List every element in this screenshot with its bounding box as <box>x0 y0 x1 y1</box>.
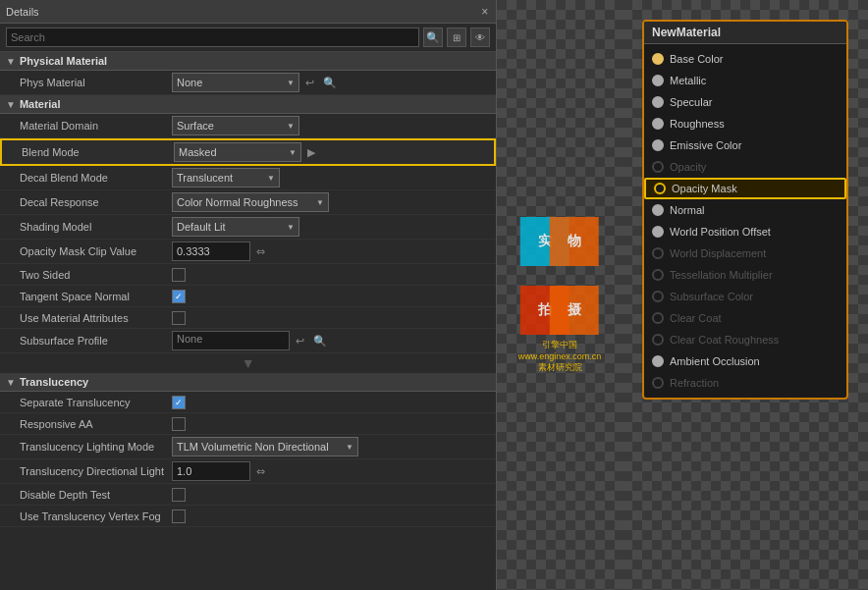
translucency-directional-light-label: Translucency Directional Light <box>20 465 172 477</box>
physical-material-section-header[interactable]: ▼ Physical Material <box>0 52 496 71</box>
use-material-attributes-row: Use Material Attributes <box>0 307 496 329</box>
search-input[interactable] <box>6 27 419 47</box>
pin-tessellation-multiplier-circle <box>652 269 664 281</box>
physical-material-title: Physical Material <box>20 55 107 67</box>
pin-ambient-occlusion-circle <box>652 355 664 367</box>
pin-emissive-color[interactable]: Emissive Color <box>644 134 846 156</box>
tangent-space-normal-checkbox[interactable] <box>172 290 186 303</box>
phys-material-dropdown[interactable]: None ▼ <box>172 73 299 92</box>
pin-specular-label: Specular <box>670 96 712 108</box>
pin-subsurface-color-circle <box>652 291 664 302</box>
pin-ambient-occlusion[interactable]: Ambient Occlusion <box>644 350 846 372</box>
two-sided-label: Two Sided <box>20 269 172 281</box>
pin-opacity-mask[interactable]: Opacity Mask <box>644 178 846 199</box>
node-title: NewMaterial <box>644 22 846 44</box>
pin-base-color-label: Base Color <box>670 53 723 65</box>
use-translucency-vertex-fog-row: Use Translucency Vertex Fog <box>0 506 496 527</box>
two-sided-row: Two Sided <box>0 264 496 286</box>
disable-depth-test-label: Disable Depth Test <box>20 489 172 501</box>
close-button[interactable]: × <box>479 5 490 19</box>
use-translucency-vertex-fog-checkbox[interactable] <box>172 510 186 523</box>
opacity-mask-clip-label: Opacity Mask Clip Value <box>20 245 172 257</box>
pin-emissive-label: Emissive Color <box>670 139 741 151</box>
opacity-mask-clip-row: Opacity Mask Clip Value ⇔ <box>0 240 496 264</box>
separate-translucency-row: Separate Translucency <box>0 392 496 413</box>
pin-base-color[interactable]: Base Color <box>644 48 846 70</box>
pin-world-position-offset-label: World Position Offset <box>670 226 771 238</box>
material-domain-dropdown[interactable]: Surface ▼ <box>172 116 299 135</box>
eye-button[interactable]: 👁 <box>470 27 490 47</box>
blend-mode-dropdown[interactable]: Masked ▼ <box>174 142 301 162</box>
phys-material-reset-button[interactable]: ↩ <box>302 76 317 90</box>
translucency-section-header[interactable]: ▼ Translucency <box>0 373 496 392</box>
responsive-aa-row: Responsive AA <box>0 413 496 435</box>
subsurface-profile-search-button[interactable]: 🔍 <box>310 334 330 349</box>
separate-translucency-label: Separate Translucency <box>20 397 172 408</box>
pin-subsurface-color-label: Subsurface Color <box>670 291 753 302</box>
tangent-space-normal-row: Tangent Space Normal <box>0 286 496 307</box>
details-panel: Details × 🔍 ⊞ 👁 ▼ Physical Material Phys… <box>0 0 497 590</box>
pin-normal-circle <box>652 204 664 216</box>
opacity-clip-expand-button[interactable]: ⇔ <box>253 244 268 259</box>
pin-normal-label: Normal <box>670 204 704 216</box>
decal-response-label: Decal Response <box>20 196 172 208</box>
translucency-lighting-mode-label: Translucency Lighting Mode <box>20 441 172 453</box>
phys-material-value: None ▼ ↩ 🔍 <box>172 73 490 92</box>
pin-world-position-offset[interactable]: World Position Offset <box>644 221 846 242</box>
responsive-aa-label: Responsive AA <box>20 418 172 430</box>
two-sided-checkbox[interactable] <box>172 268 186 282</box>
translucency-directional-light-expand[interactable]: ⇔ <box>253 464 268 479</box>
pin-specular-circle <box>652 96 664 108</box>
pin-metallic-label: Metallic <box>670 75 706 86</box>
phys-material-label: Phys Material <box>20 77 172 88</box>
decal-blend-mode-label: Decal Blend Mode <box>20 172 172 184</box>
pin-specular[interactable]: Specular <box>644 91 846 113</box>
pin-metallic[interactable]: Metallic <box>644 70 846 91</box>
material-section-header[interactable]: ▼ Material <box>0 95 496 114</box>
shading-model-dropdown[interactable]: Default Lit ▼ <box>172 217 299 237</box>
subsurface-profile-input[interactable]: None <box>172 331 290 350</box>
material-domain-row: Material Domain Surface ▼ <box>0 114 496 138</box>
pin-clear-coat-roughness-circle <box>652 334 664 346</box>
disable-depth-test-checkbox[interactable] <box>172 488 186 502</box>
translucency-lighting-mode-dropdown[interactable]: TLM Volumetric Non Directional ▼ <box>172 437 358 456</box>
translucency-directional-light-input[interactable] <box>172 461 250 481</box>
pin-roughness[interactable]: Roughness <box>644 113 846 134</box>
material-section-title: Material <box>20 98 61 110</box>
panel-title: Details <box>6 6 39 18</box>
pin-normal[interactable]: Normal <box>644 199 846 221</box>
pin-opacity-mask-circle <box>654 183 666 194</box>
pin-world-displacement: World Displacement <box>644 242 846 264</box>
use-material-attributes-checkbox[interactable] <box>172 311 186 325</box>
subsurface-profile-label: Subsurface Profile <box>20 335 172 347</box>
pin-subsurface-color: Subsurface Color <box>644 286 846 307</box>
disable-depth-test-row: Disable Depth Test <box>0 484 496 506</box>
pin-clear-coat-circle <box>652 312 664 324</box>
grid-view-button[interactable]: ⊞ <box>447 27 466 47</box>
tangent-space-normal-label: Tangent Space Normal <box>20 291 172 302</box>
pin-world-position-offset-circle <box>652 226 664 238</box>
physical-material-arrow: ▼ <box>6 56 16 67</box>
right-panel: NewMaterial Base Color Metallic Specular… <box>623 0 868 590</box>
phys-material-search-button[interactable]: 🔍 <box>320 76 340 90</box>
pin-opacity-label: Opacity <box>670 161 706 173</box>
opacity-mask-clip-input[interactable] <box>172 241 250 261</box>
shading-model-label: Shading Model <box>20 221 172 233</box>
watermark-block-2: 物 <box>550 217 599 266</box>
responsive-aa-checkbox[interactable] <box>172 417 186 431</box>
decal-response-dropdown[interactable]: Color Normal Roughness ▼ <box>172 192 329 212</box>
search-icon-button[interactable]: 🔍 <box>423 27 443 47</box>
scroll-down-indicator: ▼ <box>0 353 496 373</box>
decal-response-row: Decal Response Color Normal Roughness ▼ <box>0 190 496 215</box>
pin-tessellation-multiplier: Tessellation Multiplier <box>644 264 846 286</box>
use-translucency-vertex-fog-label: Use Translucency Vertex Fog <box>20 510 172 522</box>
watermark-block-3: 拍 <box>520 286 570 335</box>
blend-mode-extra-button[interactable]: ▶ <box>304 145 318 160</box>
subsurface-profile-reset-button[interactable]: ↩ <box>293 334 307 349</box>
translucency-section-title: Translucency <box>20 376 88 388</box>
watermark-block-1: 实 <box>520 217 570 266</box>
search-bar: 🔍 ⊞ 👁 <box>0 24 496 52</box>
decal-blend-mode-dropdown[interactable]: Translucent ▼ <box>172 168 280 188</box>
separate-translucency-checkbox[interactable] <box>172 396 186 409</box>
watermark-text: 引擎中国www.enginex.com.cn素材研究院 <box>518 339 602 374</box>
